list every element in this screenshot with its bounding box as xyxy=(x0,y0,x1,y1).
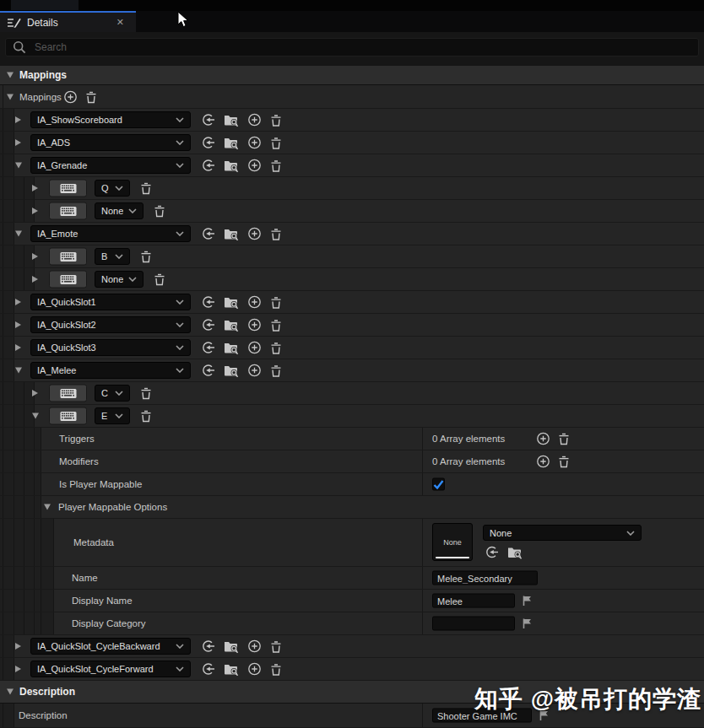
text-field-display-name[interactable] xyxy=(432,594,515,608)
dropdown[interactable]: IA_QuickSlot_CycleBackward xyxy=(30,638,191,655)
browse-to-asset-icon[interactable] xyxy=(224,318,239,332)
keyboard-key-button[interactable] xyxy=(49,385,87,402)
add-element-icon[interactable] xyxy=(247,639,262,654)
dropdown[interactable]: IA_QuickSlot3 xyxy=(30,339,191,356)
use-selected-asset-icon[interactable] xyxy=(201,295,215,310)
delete-icon[interactable] xyxy=(270,136,282,149)
expander-collapsed-icon[interactable] xyxy=(15,321,21,328)
add-element-icon[interactable] xyxy=(536,455,550,469)
delete-icon[interactable] xyxy=(270,318,282,332)
delete-icon[interactable] xyxy=(270,113,282,127)
delete-icon[interactable] xyxy=(270,364,282,377)
expander-collapsed-icon[interactable] xyxy=(15,666,21,672)
add-element-icon[interactable] xyxy=(247,318,262,332)
keyboard-key-button[interactable] xyxy=(49,407,87,425)
delete-icon[interactable] xyxy=(140,409,152,423)
localization-flag-icon[interactable] xyxy=(522,617,533,629)
keyboard-key-button[interactable] xyxy=(49,180,87,197)
browse-to-asset-icon[interactable] xyxy=(224,113,239,127)
keyboard-key-button[interactable] xyxy=(49,271,87,289)
dropdown[interactable]: B xyxy=(95,248,130,265)
add-element-icon[interactable] xyxy=(247,364,262,378)
add-element-icon[interactable] xyxy=(247,295,262,310)
tab-details[interactable]: Details ✕ xyxy=(0,11,136,32)
dropdown[interactable]: IA_Grenade xyxy=(30,157,191,174)
is-player-mappable-checkbox[interactable] xyxy=(432,478,445,491)
browse-to-asset-icon[interactable] xyxy=(224,639,239,653)
dropdown[interactable]: IA_Melee xyxy=(30,362,191,379)
delete-icon[interactable] xyxy=(140,386,152,400)
dropdown[interactable]: None xyxy=(483,525,642,541)
delete-icon[interactable] xyxy=(140,250,152,263)
browse-to-asset-icon[interactable] xyxy=(224,341,239,354)
dropdown[interactable]: IA_Emote xyxy=(30,225,191,242)
add-element-icon[interactable] xyxy=(247,341,262,355)
expander-collapsed-icon[interactable] xyxy=(15,299,21,305)
expander-collapsed-icon[interactable] xyxy=(15,116,21,123)
use-selected-asset-icon[interactable] xyxy=(201,159,215,173)
expander-collapsed-icon[interactable] xyxy=(32,390,38,396)
expander-expanded-icon[interactable] xyxy=(44,504,51,510)
browse-to-asset-icon[interactable] xyxy=(507,546,523,559)
use-selected-asset-icon[interactable] xyxy=(201,136,215,150)
dropdown[interactable]: IA_QuickSlot1 xyxy=(30,294,191,310)
use-selected-asset-icon[interactable] xyxy=(201,364,215,378)
dropdown[interactable]: None xyxy=(95,202,144,219)
expander-expanded-icon[interactable] xyxy=(15,231,22,237)
dropdown[interactable]: IA_QuickSlot2 xyxy=(30,316,191,333)
browse-to-asset-icon[interactable] xyxy=(224,136,239,149)
expander-expanded-icon[interactable] xyxy=(7,689,14,695)
delete-icon[interactable] xyxy=(558,432,570,445)
delete-icon[interactable] xyxy=(270,295,282,309)
add-element-icon[interactable] xyxy=(247,662,262,677)
add-element-icon[interactable] xyxy=(247,227,262,241)
delete-icon[interactable] xyxy=(154,204,165,218)
text-field-display-category[interactable] xyxy=(432,617,515,631)
expander-collapsed-icon[interactable] xyxy=(32,185,38,191)
delete-icon[interactable] xyxy=(270,639,282,653)
use-selected-asset-icon[interactable] xyxy=(201,113,215,127)
use-selected-asset-icon[interactable] xyxy=(201,341,215,355)
expander-expanded-icon[interactable] xyxy=(32,413,39,419)
dropdown[interactable]: C xyxy=(95,385,130,402)
keyboard-key-button[interactable] xyxy=(49,202,87,220)
close-icon[interactable]: ✕ xyxy=(116,18,124,27)
delete-icon[interactable] xyxy=(154,272,165,286)
dropdown[interactable]: IA_ShowScoreboard xyxy=(30,111,191,128)
keyboard-key-button[interactable] xyxy=(49,248,87,266)
delete-icon[interactable] xyxy=(270,159,282,172)
browse-to-asset-icon[interactable] xyxy=(224,295,239,309)
search-bar[interactable] xyxy=(5,38,699,57)
delete-icon[interactable] xyxy=(558,455,570,468)
add-element-icon[interactable] xyxy=(536,432,550,446)
dropdown[interactable]: None xyxy=(95,271,144,288)
expander-expanded-icon[interactable] xyxy=(7,94,14,100)
use-selected-asset-icon[interactable] xyxy=(485,545,499,559)
delete-icon[interactable] xyxy=(85,90,97,104)
delete-icon[interactable] xyxy=(270,227,282,240)
browse-to-asset-icon[interactable] xyxy=(224,227,239,240)
browse-to-asset-icon[interactable] xyxy=(224,364,239,377)
delete-icon[interactable] xyxy=(140,181,152,195)
dropdown[interactable]: IA_QuickSlot_CycleForward xyxy=(30,661,191,677)
expander-collapsed-icon[interactable] xyxy=(15,344,21,351)
dropdown[interactable]: E xyxy=(95,407,130,424)
browse-to-asset-icon[interactable] xyxy=(224,159,239,172)
search-input[interactable] xyxy=(33,40,691,54)
add-element-icon[interactable] xyxy=(247,113,262,127)
metadata-asset-thumbnail[interactable]: None xyxy=(432,523,473,561)
localization-flag-icon[interactable] xyxy=(522,595,533,607)
use-selected-asset-icon[interactable] xyxy=(201,662,215,677)
expander-collapsed-icon[interactable] xyxy=(15,139,21,146)
browse-to-asset-icon[interactable] xyxy=(224,662,239,676)
add-element-icon[interactable] xyxy=(63,89,78,104)
text-field-name[interactable] xyxy=(432,571,538,585)
add-element-icon[interactable] xyxy=(247,159,262,173)
dropdown[interactable]: IA_ADS xyxy=(30,134,191,151)
use-selected-asset-icon[interactable] xyxy=(201,639,215,654)
delete-icon[interactable] xyxy=(270,341,282,354)
delete-icon[interactable] xyxy=(270,662,282,676)
expander-expanded-icon[interactable] xyxy=(15,163,22,169)
expander-collapsed-icon[interactable] xyxy=(32,253,38,260)
expander-collapsed-icon[interactable] xyxy=(32,208,38,214)
